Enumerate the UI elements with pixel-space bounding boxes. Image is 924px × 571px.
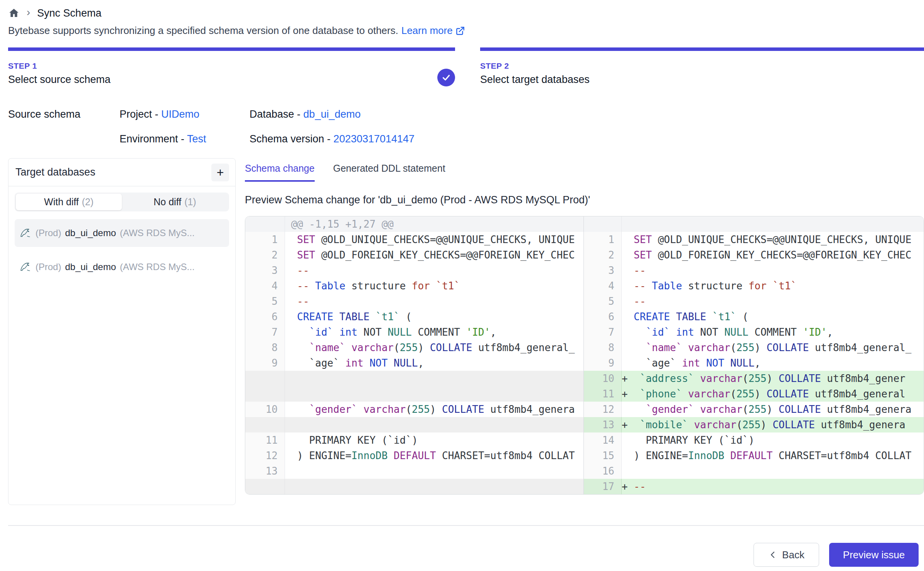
chevron-left-icon (768, 550, 777, 559)
right-code-line: `id` int NOT NULL COMMENT 'ID', (622, 324, 924, 340)
external-link-icon (455, 26, 465, 36)
tab-with-diff[interactable]: With diff (2) (16, 194, 122, 210)
source-schema-summary: Source schema Project - UIDemo Database … (8, 102, 924, 151)
right-line-number: 4 (583, 278, 622, 294)
db-environment: (Prod) (35, 228, 61, 238)
right-code-line: -- (622, 294, 924, 309)
right-code-line: -- Table structure for `t1` (622, 278, 924, 294)
preview-area: Schema change Generated DDL statement Pr… (245, 158, 924, 495)
step-2: STEP 2 Select target databases (480, 47, 924, 86)
diff-filter-tabs: With diff (2) No diff (1) (15, 193, 229, 211)
step-1-complete-icon (437, 69, 455, 86)
sync-schema-page: › Sync Schema Bytebase supports synchron… (0, 0, 924, 571)
right-code-line: -- (622, 263, 924, 278)
tab-schema-change[interactable]: Schema change (245, 163, 315, 182)
left-line-number: 12 (245, 448, 285, 463)
left-line-number: 11 (245, 432, 285, 448)
left-code-line: -- Table structure for `t1` (285, 278, 583, 294)
back-button[interactable]: Back (754, 543, 819, 567)
schema-version-link[interactable]: 20230317014147 (334, 133, 415, 145)
left-code-line (285, 371, 583, 386)
right-line-number: 10 (583, 371, 622, 386)
right-line-number: 11 (583, 386, 622, 402)
right-code-line: + -- (622, 479, 924, 494)
mysql-dolphin-icon (19, 261, 32, 273)
intro-text: Bytebase supports synchronizing a specif… (8, 25, 924, 37)
left-code-line: `id` int NOT NULL COMMENT 'ID', (285, 324, 583, 340)
db-name: db_ui_demo (65, 262, 116, 272)
intro-description: Bytebase supports synchronizing a specif… (8, 25, 398, 37)
left-code-line: PRIMARY KEY (`id`) (285, 432, 583, 448)
step-2-title: Select target databases (480, 74, 924, 86)
db-instance: (AWS RDS MyS... (120, 228, 195, 238)
right-line-number: 3 (583, 263, 622, 278)
db-environment: (Prod) (35, 262, 61, 272)
preview-issue-button[interactable]: Preview issue (829, 543, 919, 567)
breadcrumb: › Sync Schema (8, 0, 924, 20)
left-line-number: 3 (245, 263, 285, 278)
left-code-line (285, 417, 583, 432)
left-line-number: 4 (245, 278, 285, 294)
step-1-label: STEP 1 (8, 61, 455, 71)
target-database-item[interactable]: (Prod)db_ui_demo(AWS RDS MyS... (15, 219, 229, 247)
source-schema-label: Source schema (8, 108, 120, 120)
right-code-line (622, 463, 924, 479)
right-line-number: 15 (583, 448, 622, 463)
footer-divider (8, 525, 924, 526)
left-code-line (285, 386, 583, 402)
right-line-number: 1 (583, 232, 622, 247)
source-schema-version-field: Schema version - 20230317014147 (250, 133, 924, 145)
right-code-line (622, 216, 924, 232)
left-code-line: CREATE TABLE `t1` ( (285, 309, 583, 324)
source-project-field: Project - UIDemo (120, 108, 250, 120)
left-line-number: 8 (245, 340, 285, 355)
right-code-line: ) ENGINE=InnoDB DEFAULT CHARSET=utf8mb4 … (622, 448, 924, 463)
page-title: Sync Schema (37, 7, 101, 19)
with-diff-count: (2) (82, 196, 94, 208)
left-line-number: 1 (245, 232, 285, 247)
right-code-line: `gender` varchar(255) COLLATE utf8mb4_ge… (622, 402, 924, 417)
schema-diff-view: @@ -1,15 +1,27 @@1 SET @OLD_UNIQUE_CHECK… (245, 216, 924, 495)
left-line-number: 6 (245, 309, 285, 324)
right-code-line: `name` varchar(255) COLLATE utf8mb4_gene… (622, 340, 924, 355)
source-database-field: Database - db_ui_demo (250, 108, 924, 120)
tab-generated-ddl[interactable]: Generated DDL statement (333, 163, 445, 182)
right-code-line: CREATE TABLE `t1` ( (622, 309, 924, 324)
left-line-number: 2 (245, 247, 285, 263)
environment-link[interactable]: Test (187, 133, 206, 145)
left-code-line: ) ENGINE=InnoDB DEFAULT CHARSET=utf8mb4 … (285, 448, 583, 463)
right-line-number: 5 (583, 294, 622, 309)
no-diff-count: (1) (184, 196, 196, 208)
db-instance: (AWS RDS MyS... (120, 262, 195, 272)
right-code-line: SET @OLD_FOREIGN_KEY_CHECKS=@@FOREIGN_KE… (622, 247, 924, 263)
main-content: Target databases + With diff (2) No diff… (8, 158, 924, 505)
right-line-number: 6 (583, 309, 622, 324)
chevron-right-icon: › (27, 7, 30, 18)
right-line-number: 9 (583, 355, 622, 371)
step-2-label: STEP 2 (480, 61, 924, 71)
target-databases-panel: Target databases + With diff (2) No diff… (8, 158, 236, 505)
right-line-number: 7 (583, 324, 622, 340)
step-1-title: Select source schema (8, 74, 455, 86)
right-code-line: + `mobile` varchar(255) COLLATE utf8mb4_… (622, 417, 924, 432)
left-code-line: `name` varchar(255) COLLATE utf8mb4_gene… (285, 340, 583, 355)
left-line-number: 13 (245, 463, 285, 479)
target-database-item[interactable]: (Prod)db_ui_demo(AWS RDS MyS... (15, 253, 229, 281)
left-line-number: 10 (245, 402, 285, 417)
home-icon[interactable] (8, 7, 20, 19)
left-code-line (285, 463, 583, 479)
right-code-line: + `address` varchar(255) COLLATE utf8mb4… (622, 371, 924, 386)
left-line-number (245, 216, 285, 232)
add-target-database-button[interactable]: + (211, 164, 229, 181)
right-code-line: PRIMARY KEY (`id`) (622, 432, 924, 448)
project-link[interactable]: UIDemo (161, 108, 199, 120)
left-line-number: 9 (245, 355, 285, 371)
right-line-number: 17 (583, 479, 622, 494)
left-line-number (245, 386, 285, 402)
right-line-number: 12 (583, 402, 622, 417)
footer-actions: Back Preview issue (754, 543, 919, 567)
tab-no-diff[interactable]: No diff (1) (122, 194, 228, 210)
right-line-number: 2 (583, 247, 622, 263)
database-link[interactable]: db_ui_demo (304, 108, 361, 120)
learn-more-link[interactable]: Learn more (401, 25, 465, 37)
